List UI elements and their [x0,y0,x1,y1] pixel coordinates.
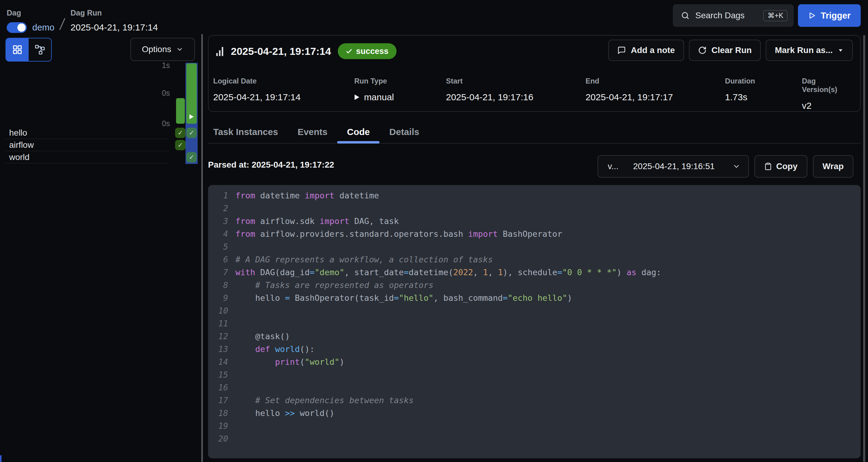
tab-task-instances[interactable]: Task Instances [204,121,288,143]
run-summary-card: 2025-04-21, 19:17:14 success Add a note [208,35,861,112]
dag-breadcrumb-label: Dag [7,8,55,18]
status-badge: success [338,43,397,59]
rotate-cw-icon [698,46,707,55]
airflow-dag-run-page: Dag demo Dag Run 2025-04-21, 19:17:14 Se… [0,0,868,462]
line-number: 3 [208,215,228,228]
copy-code-button[interactable]: Copy [754,155,807,178]
options-label: Options [142,45,172,54]
line-number: 8 [208,279,228,292]
task-name: airflow [9,140,34,150]
run-metadata: Logical Date 2025-04-21, 19:17:14 Run Ty… [213,77,853,111]
graph-view-button[interactable] [29,38,51,61]
line-number: 10 [208,305,228,317]
grid-sidebar: Options 1s 0s 0s ✓✓✓✓ helloairflowworld [0,34,202,462]
main-scrollbar[interactable] [863,35,865,462]
line-number: 15 [208,369,228,381]
code-line: 14 print("world") [208,356,861,369]
version-prefix: v... [608,162,619,171]
detail-tabs: Task Instances Events Code Details [208,121,861,144]
field-logical-date: Logical Date 2025-04-21, 19:17:14 [213,77,354,111]
play-icon [186,114,197,119]
options-dropdown[interactable]: Options [130,38,195,61]
task-instance-success[interactable]: ✓ [186,128,197,138]
code-line: 4from airflow.providers.standard.operato… [208,228,861,240]
line-number: 18 [208,407,228,420]
version-value: 2025-04-21, 19:16:51 [633,162,733,171]
toggle-knob [18,24,26,32]
code-toolbar: Parsed at: 2025-04-21, 19:17:22 v... 202… [208,154,861,178]
check-icon [346,48,352,55]
code-line: 8 # Tasks are represented as operators [208,279,861,292]
panel-resize-divider[interactable] [201,34,203,462]
code-line: 15 [208,369,861,381]
dag-code-viewer[interactable]: 1from datetime import datetime23from air… [208,185,861,458]
line-number: 16 [208,381,228,394]
task-name: world [9,152,30,162]
breadcrumb: Dag demo Dag Run 2025-04-21, 19:17:14 [7,8,158,33]
chevron-down-icon [733,163,740,170]
mark-run-as-dropdown[interactable]: Mark Run as... [766,39,853,61]
wrap-toggle-button[interactable]: Wrap [813,155,854,178]
parsed-at-text: Parsed at: 2025-04-21, 19:17:22 [208,160,334,170]
code-line: 6# A DAG represents a workflow, a collec… [208,253,861,266]
code-line: 17 # Set dependencies between tasks [208,394,861,407]
line-number: 12 [208,330,228,343]
line-number: 13 [208,343,228,356]
view-switcher [5,38,52,62]
previous-run-duration-bar[interactable] [176,98,185,124]
selected-run-duration-bar[interactable] [186,63,197,124]
code-line: 16 [208,381,861,394]
code-line: 5 [208,240,861,253]
run-details-panel: 2025-04-21, 19:17:14 success Add a note [208,0,861,462]
axis-label-1s: 1s [152,61,170,70]
clear-run-button[interactable]: Clear Run [689,39,761,61]
dagrun-breadcrumb-label: Dag Run [71,8,158,18]
bar-chart-icon [216,46,224,56]
grid-view-button[interactable] [6,38,29,61]
left-edge-accent [0,455,2,462]
axis-label-0s: 0s [152,89,170,97]
task-instance-success[interactable]: ✓ [175,140,185,150]
code-lines: 1from datetime import datetime23from air… [208,185,861,445]
task-instance-success[interactable]: ✓ [175,128,185,138]
line-number: 6 [208,253,228,266]
code-line: 2 [208,202,861,215]
line-number: 7 [208,266,228,279]
tab-details[interactable]: Details [379,121,429,143]
code-line: 1from datetime import datetime [208,189,861,202]
task-row[interactable]: hello [5,127,168,139]
dag-name-link[interactable]: demo [32,23,55,33]
code-line: 12 @task() [208,330,861,343]
field-dag-versions: Dag Version(s) v2 [802,77,853,111]
dagrun-breadcrumb-value: 2025-04-21, 19:17:14 [71,22,158,33]
line-number: 19 [208,420,228,432]
tab-code[interactable]: Code [337,121,379,143]
run-title: 2025-04-21, 19:17:14 [231,46,331,57]
task-instance-success[interactable]: ✓ [186,152,197,163]
line-number: 2 [208,202,228,215]
line-number: 1 [208,189,228,202]
task-row[interactable]: world [5,151,168,163]
caret-down-icon [838,47,844,53]
field-end: End 2025-04-21, 19:17:17 [585,77,725,111]
tab-events[interactable]: Events [288,121,337,143]
line-number: 9 [208,292,228,305]
task-name: hello [9,128,27,138]
field-run-type: Run Type manual [354,77,446,111]
note-bubble-icon [617,46,626,55]
code-line: 10 [208,305,861,317]
line-number: 14 [208,356,228,369]
task-row[interactable]: airflow [5,139,168,151]
field-duration: Duration 1.73s [725,77,802,111]
add-note-button[interactable]: Add a note [608,39,684,61]
manual-run-play-icon [354,94,360,100]
breadcrumb-separator [59,18,65,30]
grid-icon [12,44,23,55]
line-number: 11 [208,317,228,330]
line-number: 20 [208,432,228,445]
code-line: 9 hello = BashOperator(task_id="hello", … [208,292,861,305]
dag-version-select[interactable]: v... 2025-04-21, 19:16:51 [597,155,749,178]
code-line: 19 [208,420,861,432]
dag-pause-toggle[interactable] [7,22,27,33]
line-number: 17 [208,394,228,407]
